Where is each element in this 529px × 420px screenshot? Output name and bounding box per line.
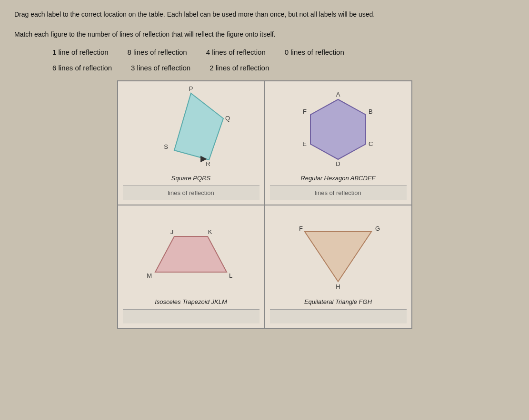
svg-text:▶: ▶ <box>200 154 207 163</box>
svg-text:D: D <box>336 160 340 167</box>
svg-marker-13 <box>155 236 227 272</box>
hexagon-shape-container: A B C D E F <box>270 86 407 172</box>
square-shape-container: P Q R S ▶ <box>123 86 260 172</box>
svg-marker-6 <box>310 99 366 159</box>
labels-row-1: 1 line of reflection 8 lines of reflecti… <box>52 48 515 56</box>
trapezoid-svg: J K L M <box>143 215 239 291</box>
triangle-label: Equilateral Triangle FGH <box>304 298 372 305</box>
square-answer-zone[interactable]: lines of reflection <box>123 186 260 200</box>
hexagon-answer-text: lines of reflection <box>315 189 361 196</box>
labels-row-2: 6 lines of reflection 3 lines of reflect… <box>52 64 515 72</box>
svg-marker-18 <box>305 232 371 282</box>
instruction-line2: Match each figure to the number of lines… <box>14 29 515 39</box>
label-3-lines[interactable]: 3 lines of reflection <box>131 64 190 72</box>
svg-text:P: P <box>189 86 193 92</box>
triangle-svg: F G H <box>290 215 386 291</box>
instruction-line1: Drag each label to the correct location … <box>14 10 515 20</box>
cell-triangle: F G H Equilateral Triangle FGH <box>265 205 412 329</box>
label-0-lines[interactable]: 0 lines of reflection <box>285 48 344 56</box>
cell-trapezoid: J K L M Isosceles Trapezoid JKLM <box>118 205 265 329</box>
square-label: Square PQRS <box>171 175 210 182</box>
svg-text:B: B <box>369 108 373 115</box>
svg-text:C: C <box>369 140 373 147</box>
label-2-lines[interactable]: 2 lines of reflection <box>210 64 269 72</box>
trapezoid-answer-zone[interactable] <box>123 309 260 323</box>
table-grid: P Q R S ▶ Square PQRS lines of reflectio… <box>117 80 412 329</box>
cell-hexagon: A B C D E F Regular Hexagon ABCDEF lines… <box>265 81 412 205</box>
svg-text:A: A <box>336 91 340 98</box>
label-1-line[interactable]: 1 line of reflection <box>52 48 109 56</box>
svg-text:J: J <box>170 228 174 235</box>
table-area: P Q R S ▶ Square PQRS lines of reflectio… <box>117 80 412 329</box>
hexagon-label: Regular Hexagon ABCDEF <box>300 175 375 182</box>
label-4-lines[interactable]: 4 lines of reflection <box>206 48 266 56</box>
svg-text:F: F <box>303 108 307 115</box>
label-8-lines[interactable]: 8 lines of reflection <box>128 48 187 56</box>
trapezoid-label: Isosceles Trapezoid JKLM <box>155 298 227 305</box>
svg-text:G: G <box>375 225 380 232</box>
svg-text:H: H <box>336 283 340 290</box>
square-svg: P Q R S ▶ <box>148 86 234 172</box>
svg-text:S: S <box>164 143 168 150</box>
triangle-shape-container: F G H <box>270 210 407 295</box>
svg-text:L: L <box>229 272 232 279</box>
cell-square: P Q R S ▶ Square PQRS lines of reflectio… <box>118 81 265 205</box>
svg-marker-0 <box>174 93 223 160</box>
svg-text:F: F <box>299 225 303 232</box>
trapezoid-shape-container: J K L M <box>123 210 260 295</box>
label-6-lines[interactable]: 6 lines of reflection <box>52 64 112 72</box>
triangle-answer-zone[interactable] <box>270 309 407 323</box>
hexagon-answer-zone[interactable]: lines of reflection <box>270 186 407 200</box>
square-answer-text: lines of reflection <box>168 189 214 196</box>
svg-text:K: K <box>208 228 212 235</box>
svg-text:M: M <box>147 272 152 279</box>
svg-text:E: E <box>302 140 307 147</box>
hexagon-svg: A B C D E F <box>295 86 381 172</box>
svg-text:Q: Q <box>225 115 230 122</box>
labels-area: 1 line of reflection 8 lines of reflecti… <box>52 48 515 72</box>
instructions-area: Drag each label to the correct location … <box>14 10 515 39</box>
